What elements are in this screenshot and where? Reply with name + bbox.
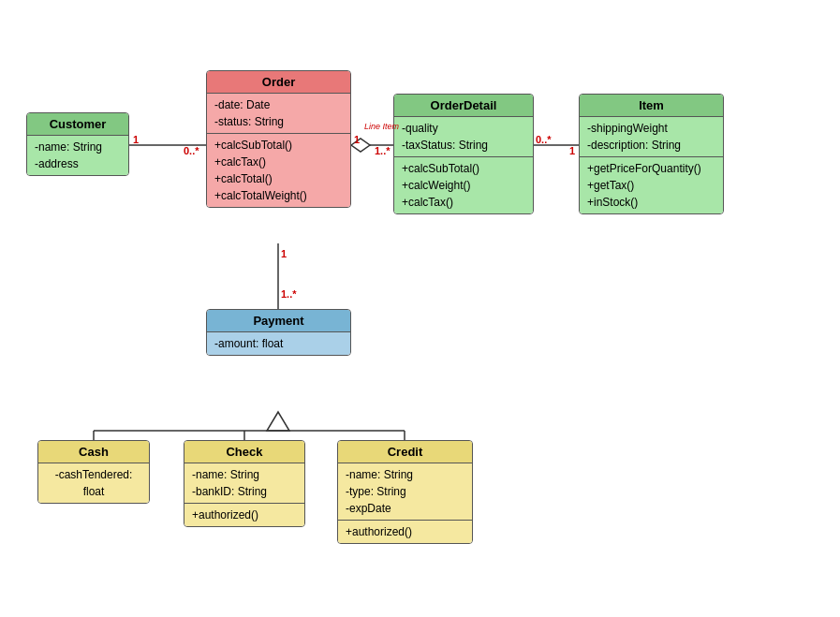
item-methods: +getPriceForQuantity() +getTax() +inStoc… — [580, 157, 723, 213]
label-orderdetail-0star: 0..* — [536, 134, 552, 145]
item-method-1: +getPriceForQuantity() — [587, 160, 715, 177]
credit-header: Credit — [338, 441, 472, 463]
item-method-2: +getTax() — [587, 177, 715, 194]
orderdetail-method-1: +calcSubTotal() — [402, 160, 525, 177]
credit-methods: +authorized() — [338, 521, 472, 543]
order-header: Order — [207, 71, 350, 94]
check-method-1: +authorized() — [192, 507, 297, 523]
label-order-1: 1 — [354, 134, 360, 145]
customer-attr-2: -address — [35, 155, 121, 172]
credit-attr-2: -type: String — [346, 483, 464, 500]
order-method-4: +calcTotalWeight() — [214, 187, 343, 204]
cash-class: Cash -cashTendered: float — [37, 440, 150, 504]
item-attr-1: -shippingWeight — [587, 120, 715, 137]
label-order-0star: 0..* — [184, 145, 199, 156]
order-class: Order -date: Date -status: String +calcS… — [206, 70, 351, 208]
label-orderdetail-1dot: 1..* — [375, 145, 391, 156]
order-method-2: +calcTax() — [214, 154, 343, 170]
order-methods: +calcSubTotal() +calcTax() +calcTotal() … — [207, 134, 350, 207]
uml-diagram: Customer -name: String -address Order -d… — [0, 0, 840, 617]
cash-header: Cash — [38, 441, 149, 463]
label-order-bottom-1: 1 — [281, 248, 287, 259]
customer-class: Customer -name: String -address — [26, 112, 129, 176]
item-attributes: -shippingWeight -description: String — [580, 117, 723, 157]
credit-attr-3: -expDate — [346, 500, 464, 517]
orderdetail-attr-1: -quality — [402, 120, 525, 137]
orderdetail-method-2: +calcWeight() — [402, 177, 525, 194]
order-method-1: +calcSubTotal() — [214, 137, 343, 154]
customer-attr-1: -name: String — [35, 139, 121, 155]
credit-attr-1: -name: String — [346, 466, 464, 483]
orderdetail-class: OrderDetail -quality -taxStatus: String … — [393, 94, 534, 214]
orderdetail-header: OrderDetail — [394, 95, 533, 117]
cash-attributes: -cashTendered: float — [38, 463, 149, 503]
order-method-3: +calcTotal() — [214, 170, 343, 187]
check-attr-1: -name: String — [192, 466, 297, 483]
check-attributes: -name: String -bankID: String — [184, 463, 304, 504]
item-header: Item — [580, 95, 723, 117]
payment-class: Payment -amount: float — [206, 309, 351, 356]
check-attr-2: -bankID: String — [192, 483, 297, 500]
item-method-3: +inStock() — [587, 194, 715, 211]
orderdetail-method-3: +calcTax() — [402, 194, 525, 211]
label-item-1: 1 — [569, 145, 575, 156]
payment-attributes: -amount: float — [207, 332, 350, 355]
check-methods: +authorized() — [184, 504, 304, 526]
payment-header: Payment — [207, 310, 350, 332]
order-attributes: -date: Date -status: String — [207, 94, 350, 134]
orderdetail-attributes: -quality -taxStatus: String — [394, 117, 533, 157]
check-class: Check -name: String -bankID: String +aut… — [184, 440, 305, 527]
cash-attr-1: -cashTendered: float — [46, 466, 141, 500]
customer-header: Customer — [27, 113, 128, 136]
check-header: Check — [184, 441, 304, 463]
payment-attr-1: -amount: float — [214, 335, 343, 352]
orderdetail-methods: +calcSubTotal() +calcWeight() +calcTax() — [394, 157, 533, 213]
svg-marker-5 — [267, 412, 289, 431]
customer-attributes: -name: String -address — [27, 136, 128, 175]
item-attr-2: -description: String — [587, 137, 715, 154]
label-customer-1: 1 — [133, 134, 139, 145]
label-line-item: Line Item — [364, 122, 399, 131]
label-payment-1star: 1..* — [281, 288, 297, 300]
credit-method-1: +authorized() — [346, 523, 464, 540]
orderdetail-attr-2: -taxStatus: String — [402, 137, 525, 154]
credit-attributes: -name: String -type: String -expDate — [338, 463, 472, 521]
order-attr-1: -date: Date — [214, 96, 343, 113]
item-class: Item -shippingWeight -description: Strin… — [579, 94, 724, 214]
credit-class: Credit -name: String -type: String -expD… — [337, 440, 473, 544]
order-attr-2: -status: String — [214, 113, 343, 130]
